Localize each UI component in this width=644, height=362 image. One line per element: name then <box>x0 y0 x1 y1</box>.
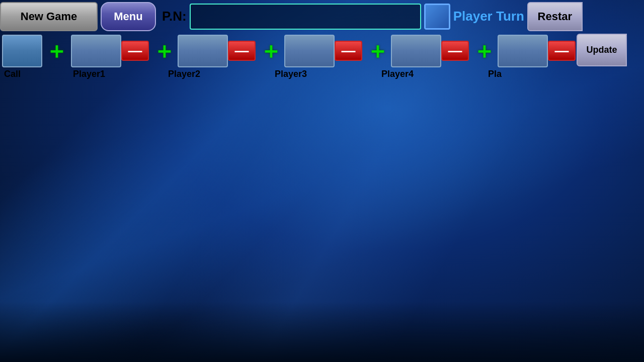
pn-label: P.N: <box>162 9 187 24</box>
player2-label: Player2 <box>150 69 200 79</box>
update-button[interactable]: Update <box>577 34 627 66</box>
player5-plus-button[interactable]: ＋ <box>470 37 498 65</box>
player3-score-box <box>284 35 335 67</box>
player1-label: Player1 <box>71 69 105 79</box>
call-label: Call <box>2 69 21 79</box>
new-game-button[interactable]: New Game <box>0 2 98 31</box>
player1-score-box <box>71 35 121 67</box>
player1-minus-button[interactable]: — <box>121 41 149 61</box>
player5-label: Pla <box>470 69 502 79</box>
player2-score-box <box>178 35 228 67</box>
player4-plus-button[interactable]: ＋ <box>363 37 391 65</box>
player5-minus-button[interactable]: — <box>548 41 576 61</box>
call-box <box>2 35 42 67</box>
player3-minus-button[interactable]: — <box>335 41 362 61</box>
player3-plus-button[interactable]: ＋ <box>257 37 284 65</box>
player4-label: Player4 <box>363 69 414 79</box>
player-turn-label: Player Turn <box>453 9 524 24</box>
player4-score-box <box>391 35 441 67</box>
player4-minus-button[interactable]: — <box>441 41 469 61</box>
restart-button[interactable]: Restar <box>527 2 583 31</box>
player5-score-box <box>498 35 548 67</box>
menu-button[interactable]: Menu <box>101 2 156 31</box>
call-plus-button[interactable]: ＋ <box>42 37 70 65</box>
player2-minus-button[interactable]: — <box>228 41 256 61</box>
player2-plus-button[interactable]: ＋ <box>150 37 178 65</box>
player3-label: Player3 <box>257 69 307 79</box>
color-indicator <box>424 4 450 30</box>
pn-input[interactable] <box>190 4 421 30</box>
top-bar: New Game Menu P.N: Player Turn Restar <box>0 0 644 33</box>
